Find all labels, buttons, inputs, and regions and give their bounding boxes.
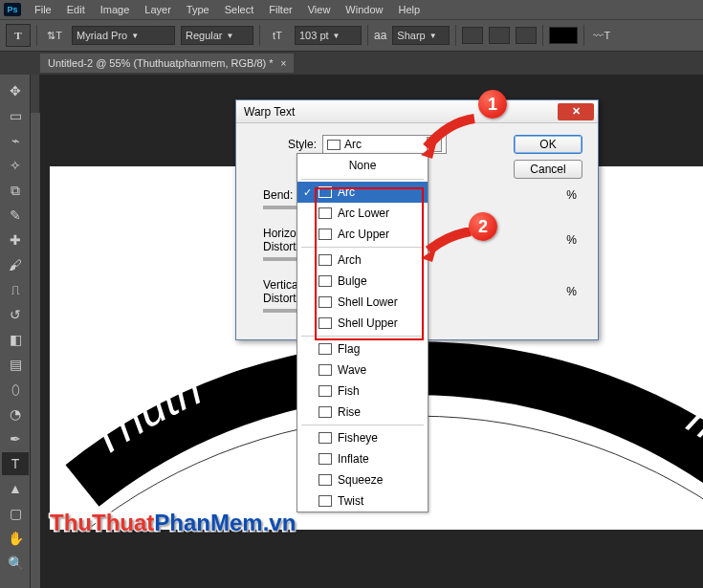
callout-1-arrow (419, 113, 486, 161)
hand-tool-icon[interactable]: ✋ (2, 527, 29, 550)
style-dropdown-list: None Arc Arc Lower Arc Upper Arch Bulge … (297, 153, 428, 512)
style-option-arc-lower[interactable]: Arc Lower (297, 203, 428, 224)
style-option-shell-lower[interactable]: Shell Lower (297, 292, 428, 313)
healing-brush-tool-icon[interactable]: ✚ (2, 229, 29, 251)
history-brush-tool-icon[interactable]: ↺ (2, 303, 29, 326)
menu-help[interactable]: Help (390, 1, 428, 18)
menu-layer[interactable]: Layer (137, 1, 179, 18)
pen-tool-icon[interactable]: ✒ (2, 427, 29, 450)
eyedropper-tool-icon[interactable]: ✎ (2, 204, 29, 227)
antialias-select[interactable]: Sharp ▼ (392, 26, 450, 45)
crop-tool-icon[interactable]: ⧉ (2, 179, 29, 202)
gradient-tool-icon[interactable]: ▤ (2, 353, 29, 376)
bulge-icon (319, 275, 332, 287)
document-tab[interactable]: Untitled-2 @ 55% (Thuthuatphanmem, RGB/8… (40, 54, 294, 73)
text-color-swatch[interactable] (549, 27, 578, 44)
flag-icon (319, 343, 332, 355)
antialias-value: Sharp (397, 30, 425, 41)
style-option-fish[interactable]: Fish (297, 381, 428, 402)
chevron-down-icon: ▼ (429, 32, 437, 40)
font-style-select[interactable]: Regular ▼ (181, 26, 253, 45)
zoom-tool-icon[interactable]: 🔍 (2, 552, 29, 575)
rectangle-tool-icon[interactable]: ▢ (2, 502, 29, 525)
menu-filter[interactable]: Filter (261, 1, 299, 18)
dialog-title: Warp Text (244, 105, 295, 119)
style-option-shell-upper[interactable]: Shell Upper (297, 313, 428, 334)
fisheye-icon (319, 432, 332, 444)
magic-wand-tool-icon[interactable]: ✧ (2, 154, 29, 177)
style-option-wave[interactable]: Wave (297, 359, 428, 381)
separator (259, 25, 260, 46)
menu-window[interactable]: Window (338, 1, 390, 18)
divider (301, 425, 424, 425)
rise-icon (319, 406, 332, 418)
menu-image[interactable]: Image (93, 1, 138, 18)
blur-tool-icon[interactable]: ⬯ (2, 378, 29, 401)
divider (301, 247, 424, 248)
style-option-arc[interactable]: Arc (297, 182, 428, 203)
chevron-down-icon: ▼ (333, 32, 341, 40)
style-option-inflate[interactable]: Inflate (297, 448, 428, 469)
app-icon: Ps (4, 3, 21, 16)
warp-text-icon[interactable]: 〰T (590, 25, 613, 46)
arc-lower-icon (319, 207, 332, 219)
style-option-squeeze[interactable]: Squeeze (297, 469, 428, 490)
dialog-close-button[interactable]: ✕ (558, 103, 594, 120)
separator (36, 25, 37, 46)
ok-button[interactable]: OK (514, 135, 582, 154)
style-option-twist[interactable]: Twist (297, 490, 428, 512)
align-right-button[interactable] (516, 27, 537, 44)
eraser-tool-icon[interactable]: ◧ (2, 328, 29, 351)
align-left-button[interactable] (462, 27, 483, 44)
font-family-value: Myriad Pro (77, 30, 127, 41)
menu-type[interactable]: Type (179, 1, 217, 18)
active-tool-preset-icon[interactable]: T (6, 24, 31, 47)
close-icon: ✕ (572, 105, 581, 118)
style-option-arc-upper[interactable]: Arc Upper (297, 224, 428, 245)
shell-lower-icon (319, 296, 332, 308)
style-option-fisheye[interactable]: Fisheye (297, 427, 428, 448)
cancel-button[interactable]: Cancel (514, 160, 582, 179)
tools-panel: ✥ ▭ ⌁ ✧ ⧉ ✎ ✚ 🖌 ⎍ ↺ ◧ ▤ ⬯ ◔ ✒ T ▲ ▢ ✋ 🔍 (0, 75, 31, 588)
clone-stamp-tool-icon[interactable]: ⎍ (2, 278, 29, 301)
style-option-arch[interactable]: Arch (297, 250, 428, 271)
arc-icon (319, 186, 332, 198)
panel-collapse-strip[interactable] (31, 75, 40, 113)
align-center-button[interactable] (489, 27, 510, 44)
font-family-select[interactable]: Myriad Pro ▼ (72, 26, 175, 45)
menu-file[interactable]: File (27, 1, 59, 18)
chevron-down-icon: ▼ (131, 32, 139, 40)
brush-tool-icon[interactable]: 🖌 (2, 253, 29, 276)
separator (367, 25, 368, 46)
font-size-select[interactable]: 103 pt ▼ (295, 26, 362, 45)
fish-icon (319, 385, 332, 397)
chevron-down-icon: ▼ (227, 32, 234, 40)
style-value: Arc (344, 138, 362, 151)
document-tab-title: Untitled-2 @ 55% (Thuthuatphanmem, RGB/8… (48, 57, 274, 69)
style-option-none[interactable]: None (297, 154, 428, 177)
dodge-tool-icon[interactable]: ◔ (2, 403, 29, 425)
marquee-tool-icon[interactable]: ▭ (2, 104, 29, 127)
font-size-icon: tT (266, 25, 289, 46)
menu-view[interactable]: View (300, 1, 339, 18)
shell-upper-icon (319, 317, 332, 329)
bend-unit: % (566, 188, 577, 202)
callout-2: 2 (469, 212, 497, 241)
lasso-tool-icon[interactable]: ⌁ (2, 129, 29, 152)
style-option-bulge[interactable]: Bulge (297, 271, 428, 292)
divider (301, 179, 424, 180)
style-option-flag[interactable]: Flag (297, 338, 428, 359)
style-option-rise[interactable]: Rise (297, 402, 428, 423)
dialog-titlebar[interactable]: Warp Text ✕ (236, 100, 598, 123)
menu-select[interactable]: Select (217, 1, 262, 18)
orientation-icon[interactable]: ⇅T (43, 25, 66, 46)
path-selection-tool-icon[interactable]: ▲ (2, 477, 29, 500)
move-tool-icon[interactable]: ✥ (2, 79, 29, 102)
type-tool-icon[interactable]: T (2, 452, 29, 475)
callout-1: 1 (478, 90, 507, 119)
divider (301, 336, 424, 337)
menu-edit[interactable]: Edit (59, 1, 93, 18)
close-icon[interactable]: × (281, 58, 287, 69)
separator (542, 25, 543, 46)
watermark-part1: ThuThuat (50, 510, 154, 535)
